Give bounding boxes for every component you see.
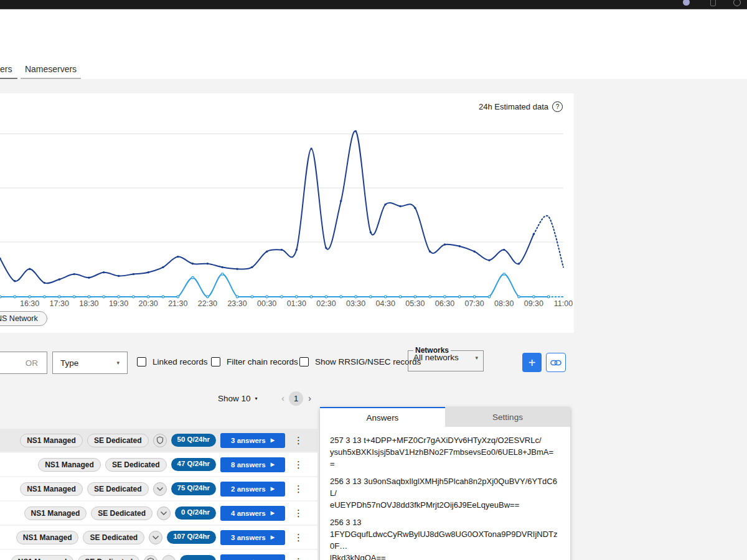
play-icon: ▶	[271, 534, 275, 540]
record-row[interactable]: NS1 Managed SE Dedicated 107 Q/24hr 3 an…	[0, 526, 317, 549]
search-or-toggle[interactable]: OR	[0, 352, 47, 374]
linked-records-checkbox[interactable]: Linked records	[137, 357, 208, 366]
account-icon[interactable]	[733, 0, 741, 6]
x-tick-label: 01:30	[283, 299, 310, 308]
add-record-button[interactable]: +	[522, 353, 542, 372]
se-dedicated-badge: SE Dedicated	[87, 434, 149, 447]
tab-nameservers[interactable]: Nameservers	[21, 60, 81, 79]
link-icon	[550, 359, 561, 366]
tab-settings[interactable]: Settings	[445, 407, 570, 427]
answers-button[interactable]: ▶	[220, 554, 285, 560]
tab-label: Nameservers	[25, 64, 77, 74]
overflow-menu-icon[interactable]: ⋮	[294, 459, 301, 470]
show-per-page-select[interactable]: Show 10 ▾	[218, 394, 258, 403]
page-header: ers Nameservers	[0, 9, 747, 79]
answers-count: 4 answers	[231, 510, 266, 517]
answers-count: 8 answers	[231, 461, 266, 469]
networks-dropdown[interactable]: Networks All networks ▾	[408, 346, 484, 371]
answers-count: 3 answers	[231, 437, 266, 444]
checkbox-icon	[211, 357, 220, 366]
checkbox-label: Filter chain records	[227, 357, 298, 366]
legend-dns-network[interactable]: DNS Network	[0, 311, 47, 326]
ns1-managed-badge: NS1 Managed	[16, 531, 79, 544]
type-dropdown[interactable]: Type ▾	[52, 352, 128, 374]
x-tick-label: 22:30	[194, 299, 221, 308]
show-per-page-label: Show 10	[218, 394, 251, 403]
answers-button[interactable]: 8 answers ▶	[220, 457, 285, 472]
record-row[interactable]: NS1 Managed SE Dedicated 47 Q/24hr 8 ans…	[0, 453, 317, 476]
se-dedicated-badge: SE Dedicated	[105, 458, 167, 472]
answers-count: 3 answers	[231, 534, 266, 541]
answers-button[interactable]: 3 answers ▶	[220, 433, 285, 448]
avatar[interactable]	[683, 0, 690, 6]
overflow-menu-icon[interactable]: ⋮	[294, 483, 301, 495]
ns1-managed-badge: NS1 Managed	[20, 434, 83, 447]
ns1-managed-badge: NS1 Managed	[24, 506, 87, 520]
record-row[interactable]: NS1 Managed SE Dedicated 0 Q/24hr 4 answ…	[0, 502, 317, 525]
top-navigation-bar	[0, 0, 747, 9]
x-tick-label: 16:30	[16, 299, 44, 308]
answers-count: 2 answers	[231, 485, 266, 493]
play-icon: ▶	[271, 486, 275, 492]
expand-chevron-icon[interactable]	[157, 506, 171, 520]
se-dedicated-badge: SE Dedicated	[87, 482, 149, 496]
tab-label: ers	[0, 64, 12, 74]
type-dropdown-value: Type	[60, 358, 78, 368]
x-tick-label: 04:30	[372, 299, 399, 308]
prev-page-button[interactable]: ‹	[281, 393, 284, 403]
record-row[interactable]: NS1 Managed SE Dedicated 50 Q/24hr 3 ans…	[0, 429, 317, 452]
x-tick-label: 00:30	[253, 299, 281, 308]
queries-badge: 0 Q/24hr	[175, 506, 216, 520]
tab-records-cut[interactable]: ers	[0, 60, 17, 79]
ns1-managed-badge: NS1 Managed	[20, 482, 83, 496]
queries-badge: 50 Q/24hr	[171, 434, 216, 447]
record-row[interactable]: NS1 Managed SE Dedicated 75 Q/24hr 2 ans…	[0, 477, 317, 500]
dns-traffic-chart	[0, 100, 566, 305]
x-tick-label: 20:30	[134, 299, 162, 308]
x-axis-labels: 16:3017:3018:3019:3020:3021:3022:3023:30…	[0, 299, 574, 309]
se-dedicated-badge: SE Dedicated	[91, 506, 153, 520]
answers-list: 257 3 13 t+4DPP+MFZ0Cr7gAXiDYv6HTyXzq/O2…	[320, 427, 570, 560]
queries-badge	[180, 555, 216, 560]
expand-chevron-icon[interactable]	[162, 555, 176, 560]
help-icon[interactable]	[710, 0, 716, 6]
dnssec-shield-icon[interactable]	[144, 555, 157, 560]
answers-button[interactable]: 4 answers ▶	[220, 506, 285, 521]
dnskey-answer: 256 3 13 3u9onSaqbxIlglXMHjh5Plcah8n2pXj…	[330, 475, 558, 511]
dnskey-answer: 256 3 13 1FYDGqufLdwcCyRwBylUJ8dGw8UG0OX…	[330, 516, 558, 560]
current-page-button[interactable]: 1	[289, 391, 303, 406]
filter-chain-records-checkbox[interactable]: Filter chain records	[211, 357, 298, 366]
checkbox-icon	[299, 357, 309, 366]
record-row[interactable]: NS1 Managed SE Dedicated ▶ ⋮	[0, 550, 317, 560]
answers-button[interactable]: 3 answers ▶	[220, 530, 285, 545]
overflow-menu-icon[interactable]: ⋮	[294, 435, 301, 446]
play-icon: ▶	[271, 437, 275, 443]
x-tick-label: 11:00	[550, 299, 577, 308]
or-label: OR	[26, 358, 38, 368]
answers-button[interactable]: 2 answers ▶	[220, 482, 285, 497]
overflow-menu-icon[interactable]: ⋮	[294, 532, 301, 543]
x-tick-label: 06:30	[431, 299, 458, 308]
dnssec-shield-icon[interactable]	[153, 434, 167, 447]
play-icon: ▶	[271, 510, 275, 516]
next-page-button[interactable]: ›	[308, 393, 311, 403]
tab-answers[interactable]: Answers	[320, 407, 445, 427]
traffic-chart-panel: 24h Estimated data ? 16:3017:3018:3019:3…	[0, 93, 574, 333]
x-tick-label: 02:30	[312, 299, 340, 308]
caret-down-icon: ▾	[255, 396, 258, 401]
answers-panel-tabs: Answers Settings	[320, 407, 570, 427]
ns1-managed-badge: NS1 Managed	[38, 458, 101, 472]
expand-chevron-icon[interactable]	[149, 531, 162, 544]
expand-chevron-icon[interactable]	[153, 482, 167, 496]
checkbox-label: Linked records	[153, 357, 208, 366]
dnskey-answer: 257 3 13 t+4DPP+MFZ0Cr7gAXiDYv6HTyXzq/O2…	[330, 434, 558, 470]
networks-value: All networks	[413, 353, 459, 362]
play-icon: ▶	[271, 462, 275, 467]
show-rrsig-nsec-checkbox[interactable]: Show RRSIG/NSEC records	[299, 357, 421, 366]
chevron-down-icon: ▾	[116, 360, 120, 366]
overflow-menu-icon[interactable]: ⋮	[294, 556, 301, 560]
se-dedicated-badge: SE Dedicated	[83, 531, 144, 544]
link-record-button[interactable]	[546, 353, 566, 372]
x-tick-label: 09:30	[520, 299, 547, 308]
overflow-menu-icon[interactable]: ⋮	[294, 508, 301, 519]
